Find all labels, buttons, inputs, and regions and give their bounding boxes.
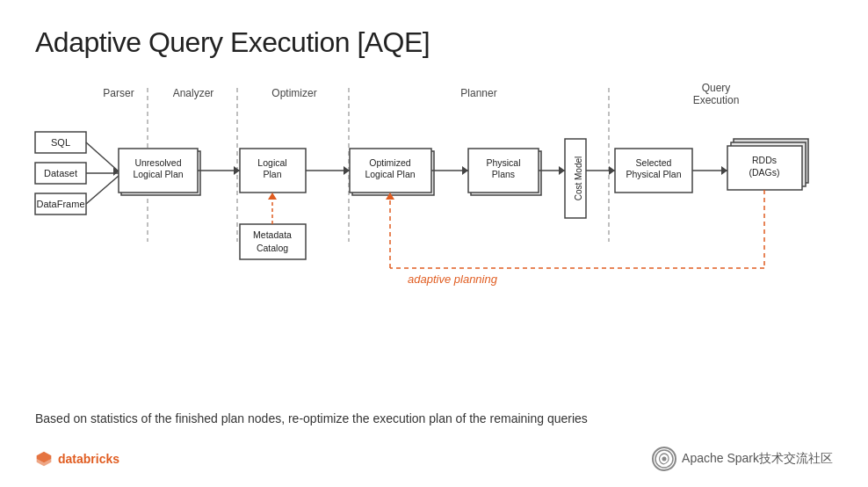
logical-text2: Plan <box>263 169 281 179</box>
rdds-text1: RDDs <box>752 155 777 165</box>
apache-text: Apache Spark技术交流社区 <box>682 451 833 467</box>
apache-icon <box>654 448 675 469</box>
arrow-sel-rdds-head <box>721 166 727 175</box>
selected-text2: Physical Plan <box>626 169 681 179</box>
databricks-icon <box>35 450 53 468</box>
slide: Adaptive Query Execution [AQE] Parser An… <box>0 0 868 487</box>
footer: databricks Apache Spark技术交流社区 <box>35 447 833 471</box>
svg-point-5 <box>662 457 667 462</box>
databricks-logo: databricks <box>35 450 119 468</box>
metadata-arrow-up-head <box>268 193 277 200</box>
metadata-text2: Catalog <box>257 243 288 253</box>
logical-text1: Logical <box>257 157 286 168</box>
physical-text1: Physical <box>486 157 520 168</box>
arrow-phys-cost-head <box>559 166 565 175</box>
unresolved-text1: Unresolved <box>134 157 181 168</box>
metadata-text1: Metadata <box>253 229 292 240</box>
apache-spark-label: Apache Spark技术交流社区 <box>652 447 833 471</box>
dataset-label: Dataset <box>44 168 77 178</box>
optimized-text1: Optimized <box>369 157 410 168</box>
databricks-label: databricks <box>58 452 119 466</box>
bottom-text: Based on statistics of the finished plan… <box>35 411 588 425</box>
page-title: Adaptive Query Execution [AQE] <box>35 26 833 59</box>
diagram: Parser Analyzer Optimizer Planner Query … <box>31 79 830 303</box>
planner-label: Planner <box>460 87 496 99</box>
input-sql-arrow <box>86 142 119 171</box>
analyzer-label: Analyzer <box>173 87 214 99</box>
arrow-cost-sel-head <box>609 166 615 175</box>
query-execution-label2: Execution <box>693 94 740 106</box>
cost-model-label: Cost Model <box>574 156 583 201</box>
selected-text1: Selected <box>636 157 672 168</box>
unresolved-text2: Logical Plan <box>133 169 183 179</box>
physical-text2: Plans <box>492 169 515 179</box>
sql-label: SQL <box>51 137 70 148</box>
dataframe-label: DataFrame <box>36 199 84 209</box>
optimizer-label: Optimizer <box>271 87 316 99</box>
query-execution-label: Query <box>702 82 731 94</box>
input-dataframe-arrow <box>86 176 119 204</box>
optimized-text2: Logical Plan <box>365 169 415 179</box>
apache-logo-circle <box>652 447 676 471</box>
parser-label: Parser <box>103 87 134 99</box>
arrow-opt-phys-head <box>462 166 468 175</box>
adaptive-planning-label: adaptive planning <box>408 273 498 286</box>
rdds-text2: (DAGs) <box>749 167 780 178</box>
